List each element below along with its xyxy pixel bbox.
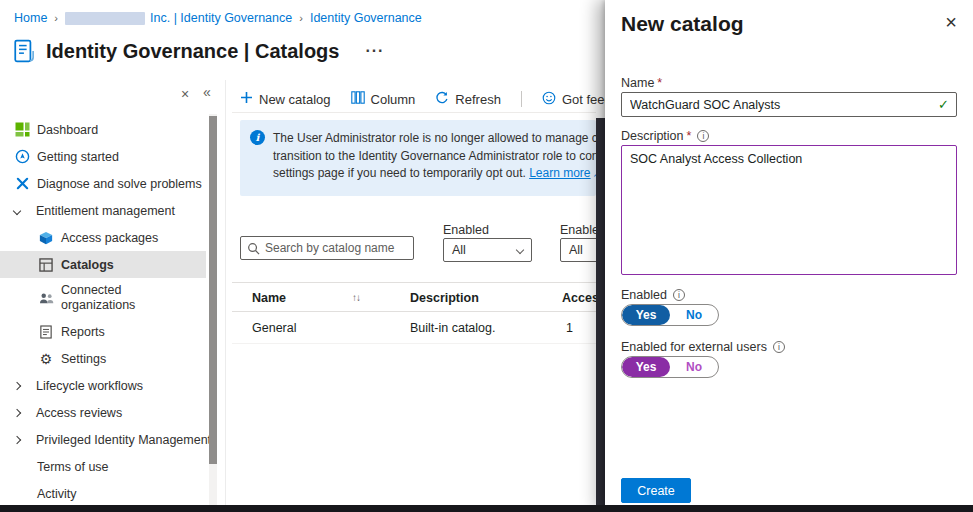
- banner-line-2: transition to the Identity Governance Ad…: [273, 148, 596, 166]
- close-icon[interactable]: ×: [945, 10, 957, 34]
- valid-check-icon: ✓: [938, 97, 949, 112]
- sidebar-item-label: Terms of use: [37, 460, 109, 474]
- create-button[interactable]: Create: [621, 478, 691, 503]
- chevron-right-icon: [14, 383, 28, 389]
- sidebar-item-catalogs[interactable]: Catalogs: [0, 251, 206, 278]
- new-catalog-button[interactable]: New catalog: [240, 91, 331, 107]
- sidebar-item-settings[interactable]: ⚙ Settings: [0, 345, 206, 372]
- table-row[interactable]: General Built-in catalog. 1: [232, 312, 596, 344]
- banner-line-1: The User Administrator role is no longer…: [273, 130, 596, 148]
- name-field-label: Name*: [621, 76, 662, 90]
- info-banner: The User Administrator role is no longer…: [240, 120, 596, 196]
- sidebar-item-getting-started[interactable]: Getting started: [0, 143, 206, 170]
- sidebar-scrollbar-thumb[interactable]: [209, 116, 217, 464]
- gear-icon: ⚙: [38, 352, 54, 366]
- breadcrumb-home-link[interactable]: Home: [14, 11, 47, 25]
- sidebar-item-activity[interactable]: Activity: [0, 480, 206, 507]
- page-title: Identity Governance | Catalogs: [46, 40, 339, 63]
- sidebar-scrollbar[interactable]: [209, 114, 217, 505]
- breadcrumb-current-link[interactable]: Identity Governance: [310, 11, 422, 25]
- sidebar-divider: [225, 80, 226, 505]
- sidebar-item-label: Reports: [61, 325, 105, 339]
- column-label: Column: [371, 92, 416, 107]
- sidebar-item-label: Access reviews: [36, 406, 122, 420]
- enabled-yes-option[interactable]: Yes: [622, 305, 670, 325]
- connected-organizations-icon: [38, 292, 54, 305]
- sidebar-item-label: Privileged Identity Management: [36, 433, 211, 447]
- sidebar-item-label: Settings: [61, 352, 106, 366]
- enabled-filter-dropdown[interactable]: All: [443, 238, 532, 262]
- enabled-filter-value: All: [452, 243, 466, 257]
- new-catalog-panel: New catalog × Name* ✓ Description* SOC A…: [605, 0, 973, 512]
- sort-icon[interactable]: ↑↓: [352, 292, 360, 303]
- toolbar-divider: [521, 91, 522, 107]
- external-users-info-icon[interactable]: [773, 341, 785, 353]
- sidebar-item-label: Lifecycle workflows: [36, 379, 143, 393]
- sidebar-item-access-reviews[interactable]: Access reviews: [0, 399, 206, 426]
- external-users-field-label: Enabled for external users: [621, 340, 785, 354]
- sidebar-item-diagnose[interactable]: Diagnose and solve problems: [0, 170, 206, 197]
- chevron-right-icon: [14, 410, 28, 416]
- command-bar: New catalog Column Refresh Got feedback?: [240, 86, 646, 112]
- breadcrumb-tenant-link[interactable]: Inc. | Identity Governance: [150, 11, 292, 25]
- sidebar-item-label: Connected organizations: [61, 283, 165, 313]
- more-commands-button[interactable]: ···: [365, 42, 384, 60]
- column-button[interactable]: Column: [351, 91, 416, 107]
- reports-icon: [38, 325, 54, 339]
- sidebar-item-label: Dashboard: [37, 123, 98, 137]
- enabled-field-label: Enabled: [621, 288, 685, 302]
- sidebar-item-label: Catalogs: [61, 258, 114, 272]
- sidebar-item-label: Diagnose and solve problems: [37, 177, 202, 191]
- external-no-option[interactable]: No: [670, 357, 718, 377]
- getting-started-icon: [14, 149, 30, 164]
- info-icon: [250, 130, 265, 145]
- banner-line-3: settings page if you need to temporarily…: [273, 165, 596, 183]
- required-mark: *: [657, 76, 662, 90]
- sidebar-item-terms-of-use[interactable]: Terms of use: [0, 453, 206, 480]
- sidebar-item-reports[interactable]: Reports: [0, 318, 206, 345]
- enabled-filter-label: Enabled: [443, 223, 489, 237]
- refresh-label: Refresh: [455, 92, 501, 107]
- menu-close-icon[interactable]: ×: [181, 86, 189, 102]
- chevron-down-icon: [14, 208, 28, 214]
- cell-name[interactable]: General: [252, 321, 296, 335]
- enabled-no-option[interactable]: No: [670, 305, 718, 325]
- breadcrumb-separator-icon: ›: [299, 12, 303, 24]
- cell-access: 1: [566, 321, 573, 335]
- enabled-info-icon[interactable]: [673, 289, 685, 301]
- sidebar-item-entitlement-management[interactable]: Entitlement management: [0, 197, 206, 224]
- enabled-filter-value-2: All: [569, 243, 583, 257]
- command-bar-divider: [232, 112, 596, 113]
- sidebar-nav: Dashboard Getting started Diagnose and s…: [0, 116, 206, 507]
- sidebar-item-privileged-identity-management[interactable]: Privileged Identity Management: [0, 426, 206, 453]
- breadcrumb-separator-icon: ›: [54, 12, 58, 24]
- plus-icon: [240, 91, 253, 107]
- name-field[interactable]: [622, 98, 938, 112]
- column-header-description[interactable]: Description: [410, 291, 479, 305]
- smiley-icon: [542, 91, 556, 108]
- learn-more-link[interactable]: Learn more: [529, 166, 590, 180]
- refresh-icon: [435, 91, 449, 108]
- diagnose-tools-icon: [14, 177, 30, 190]
- page-header: Identity Governance | Catalogs ···: [12, 38, 384, 64]
- panel-title: New catalog: [621, 12, 744, 36]
- external-yes-option[interactable]: Yes: [622, 357, 670, 377]
- column-header-name[interactable]: Name: [252, 291, 286, 305]
- description-field-label: Description*: [621, 129, 709, 143]
- enabled-toggle: Yes No: [621, 304, 719, 326]
- name-field-wrapper: ✓: [621, 92, 957, 117]
- refresh-button[interactable]: Refresh: [435, 91, 501, 108]
- access-packages-icon: [38, 231, 54, 245]
- breadcrumb: Home › Inc. | Identity Governance › Iden…: [14, 0, 422, 36]
- content-scrollbar[interactable]: [596, 118, 605, 512]
- sidebar-item-connected-organizations[interactable]: Connected organizations: [0, 278, 206, 318]
- sidebar-item-dashboard[interactable]: Dashboard: [0, 116, 206, 143]
- sidebar-item-lifecycle-workflows[interactable]: Lifecycle workflows: [0, 372, 206, 399]
- sidebar-item-access-packages[interactable]: Access packages: [0, 224, 206, 251]
- menu-collapse-icon[interactable]: «: [203, 84, 211, 100]
- redacted-tenant-name: [65, 12, 145, 25]
- catalog-search-box[interactable]: [240, 236, 414, 260]
- description-info-icon[interactable]: [697, 130, 709, 142]
- description-field[interactable]: SOC Analyst Access Collection: [621, 145, 957, 275]
- search-input[interactable]: [265, 241, 407, 255]
